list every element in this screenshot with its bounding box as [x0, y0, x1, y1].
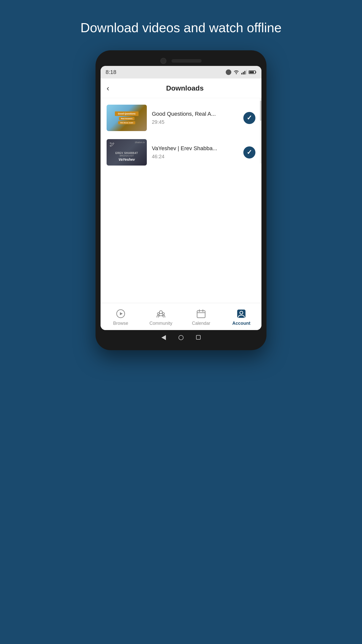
thumbnail-2: 🕊 Shalom.tv Erev Shabbat Broadcast VaYes…	[107, 139, 147, 166]
page-title: Downloads	[114, 84, 255, 92]
thumb-bird-icon: 🕊	[110, 142, 115, 147]
indicator-icon	[226, 69, 231, 75]
svg-point-10	[159, 311, 162, 314]
nav-item-community[interactable]: Community	[141, 308, 181, 326]
svg-point-0	[236, 73, 237, 74]
nav-item-browse[interactable]: Browse	[101, 308, 141, 326]
svg-rect-2	[243, 72, 244, 74]
check-mark-1: ✓	[247, 114, 252, 122]
community-label: Community	[149, 321, 172, 326]
phone-home-bar	[101, 330, 261, 343]
phone-notch	[101, 58, 261, 64]
account-icon	[236, 308, 247, 319]
browse-label: Browse	[113, 321, 128, 326]
status-bar: 8:18	[101, 66, 261, 78]
svg-rect-13	[197, 311, 205, 318]
nav-item-calendar[interactable]: Calendar	[181, 308, 221, 326]
app-bar: ‹ Downloads	[101, 78, 261, 98]
check-circle-1[interactable]: ✓	[243, 112, 255, 124]
svg-rect-7	[249, 71, 254, 73]
download-duration-2: 46:24	[152, 154, 238, 159]
back-button[interactable]: ‹	[107, 84, 109, 93]
svg-rect-4	[246, 70, 247, 74]
browse-icon	[115, 308, 126, 319]
community-icon	[155, 308, 166, 319]
svg-point-11	[157, 313, 159, 315]
calendar-label: Calendar	[192, 321, 210, 326]
download-info-1: Good Questions, Real A... 29:45	[152, 111, 238, 125]
empty-content-area	[101, 172, 261, 303]
wifi-icon	[233, 70, 239, 74]
check-circle-2[interactable]: ✓	[243, 146, 255, 158]
phone-speaker	[171, 59, 202, 63]
scrollbar-thumb	[260, 101, 261, 121]
status-time: 8:18	[106, 69, 116, 75]
nav-item-account[interactable]: Account	[221, 308, 261, 326]
account-label: Account	[232, 321, 250, 326]
svg-rect-6	[255, 71, 256, 73]
downloads-list: Good Questions Real Answers With Monte J…	[101, 98, 261, 172]
svg-point-12	[162, 313, 164, 315]
svg-rect-3	[244, 71, 245, 74]
signal-icon	[241, 70, 247, 74]
calendar-icon	[196, 308, 207, 319]
phone-camera	[160, 58, 166, 64]
download-title-2: VaYeshev | Erev Shabba...	[152, 145, 238, 152]
download-info-2: VaYeshev | Erev Shabba... 46:24	[152, 145, 238, 159]
svg-rect-1	[241, 73, 242, 74]
status-icons	[226, 69, 256, 75]
phone-screen: 8:18	[101, 66, 261, 330]
download-item[interactable]: Good Questions Real Answers With Monte J…	[101, 101, 261, 135]
recents-nav-button[interactable]	[196, 335, 201, 340]
download-title-1: Good Questions, Real A...	[152, 111, 238, 117]
svg-marker-9	[120, 312, 123, 315]
scrollbar-track[interactable]	[260, 98, 261, 164]
thumbnail-1: Good Questions Real Answers With Monte J…	[107, 105, 147, 131]
download-duration-1: 29:45	[152, 119, 238, 125]
phone-device: 8:18	[96, 50, 266, 350]
bottom-nav: Browse Community	[101, 303, 261, 330]
home-nav-button[interactable]	[178, 335, 184, 340]
back-nav-button[interactable]	[161, 335, 166, 340]
battery-icon	[249, 70, 256, 74]
download-item[interactable]: 🕊 Shalom.tv Erev Shabbat Broadcast VaYes…	[101, 135, 261, 170]
check-mark-2: ✓	[247, 148, 252, 156]
svg-point-18	[240, 311, 243, 314]
page-header-title: Download videos and watch offline	[60, 20, 302, 35]
